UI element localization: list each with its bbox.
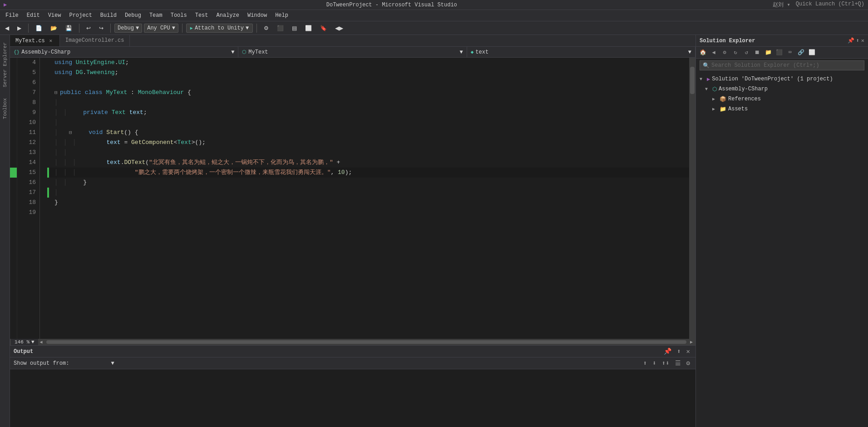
solution-explorer-title: Solution Explorer [700, 38, 755, 44]
menu-item-tools[interactable]: Tools [167, 11, 191, 20]
forward-btn[interactable]: ▶ [14, 24, 25, 33]
menu-item-team[interactable]: Team [146, 11, 166, 20]
sol-tool-expand[interactable]: ⬜ [807, 48, 817, 58]
save-btn[interactable]: 💾 [62, 24, 75, 33]
open-btn[interactable]: 📂 [47, 24, 60, 33]
output-close-btn[interactable]: ✕ [685, 348, 692, 355]
code-content[interactable]: using UnityEngine.UI; using DG.Tweening;… [40, 58, 689, 339]
sol-tool-filter[interactable]: ⬛ [774, 48, 784, 58]
output-action-5[interactable]: ⚙ [685, 359, 692, 367]
toolbar-btn-4[interactable]: ⬜ [302, 24, 315, 33]
sol-tool-code[interactable]: ⌨ [785, 48, 795, 58]
menu-item-test[interactable]: Test [192, 11, 212, 20]
collapse-7[interactable]: ⊟ [54, 88, 60, 98]
tree-solution-root[interactable]: ▼ ▶ Solution 'DoTweenProject' (1 project… [696, 74, 868, 84]
code-line-10: │ [47, 118, 689, 128]
menu-item-window[interactable]: Window [244, 11, 271, 20]
search-quick-launch[interactable]: Quick Launch (Ctrl+Q) [796, 1, 864, 9]
search-placeholder: Search Solution Explorer (Ctrl+;) [711, 62, 819, 69]
tree-assembly-csharp[interactable]: ▼ ⬡ Assembly-CSharp [696, 84, 868, 94]
tree-assets[interactable]: ▶ 📁 Assets [696, 104, 868, 114]
sol-tool-link[interactable]: 🔗 [796, 48, 806, 58]
tab-mytext-close[interactable]: ✕ [48, 38, 54, 44]
menu-item-debug[interactable]: Debug [121, 11, 145, 20]
expand-references[interactable]: ▶ [712, 96, 718, 102]
member-dropdown[interactable]: ◆ text ▼ [467, 47, 695, 57]
menu-item-view[interactable]: View [44, 11, 65, 20]
menu-item-help[interactable]: Help [271, 11, 292, 20]
assets-label: Assets [728, 106, 748, 112]
line-num-16: 16 [17, 178, 36, 188]
editor-area: MyText.cs ✕ ImageController.cs {} Assemb… [10, 35, 695, 427]
output-action-1[interactable]: ⬆ [641, 359, 649, 367]
toolbar-btn-6[interactable]: ◀▶ [332, 24, 346, 33]
toolbar-btn-3[interactable]: ▤ [289, 24, 300, 33]
output-header: Output 📌 ⬆ ✕ [10, 346, 695, 357]
server-explorer-tab[interactable]: Server Explorer [1, 39, 9, 91]
sol-pin-btn[interactable]: 📌 [848, 37, 854, 44]
menu-item-file[interactable]: File [2, 11, 22, 20]
output-pin-btn[interactable]: 📌 [662, 348, 673, 355]
tree-references[interactable]: ▶ 📦 References [696, 94, 868, 104]
h-scroll-track[interactable] [46, 340, 686, 344]
h-scroll-left[interactable]: ◀ [38, 339, 44, 345]
menu-item-analyze[interactable]: Analyze [213, 11, 243, 20]
undo-btn[interactable]: ↩ [83, 24, 94, 33]
debug-config-dropdown[interactable]: Debug ▼ [114, 24, 142, 33]
expand-assembly[interactable]: ▼ [705, 87, 710, 92]
h-scroll-right[interactable]: ▶ [688, 339, 695, 345]
code-line-5: using DG.Tweening; [47, 68, 689, 78]
collapse-11[interactable]: ⊟ [69, 128, 74, 138]
class-icon: ⬡ [242, 49, 247, 55]
sol-tool-refresh-1[interactable]: ↻ [730, 48, 740, 58]
solution-search[interactable]: 🔍 Search Solution Explorer (Ctrl+;) [700, 60, 864, 70]
sol-tool-files[interactable]: 📁 [763, 48, 773, 58]
tab-imagecontroller[interactable]: ImageController.cs [60, 35, 130, 46]
back-btn[interactable]: ◀ [2, 24, 12, 33]
toolbox-tab[interactable]: Toolbox [1, 94, 9, 123]
platform-dropdown[interactable]: Any CPU ▼ [144, 24, 178, 33]
sol-tool-refresh-2[interactable]: ↺ [741, 48, 751, 58]
attach-to-unity-btn[interactable]: ▶ Attach to Unity ▼ [186, 24, 253, 33]
output-action-btns: ⬆ ⬇ ⬆⬇ ☰ ⚙ [641, 359, 692, 367]
h-scrollbar[interactable]: 146 % ▼ ◀ ▶ [10, 339, 695, 345]
toolbar-btn-1[interactable]: ⚙ [261, 24, 272, 33]
output-action-2[interactable]: ⬇ [651, 359, 658, 367]
line-num-10: 10 [17, 118, 36, 128]
editor-scrollbar[interactable] [689, 58, 695, 339]
scrollbar-thumb[interactable] [690, 67, 695, 94]
solution-toolbar: 🏠 ◀ ⚙ ↻ ↺ ⏹ 📁 ⬛ ⌨ 🔗 ⬜ [696, 47, 868, 59]
expand-solution[interactable]: ▼ [700, 77, 705, 82]
window-title: DoTweenProject - Microsoft Visual Studio [10, 2, 773, 8]
output-title: Output [14, 348, 33, 355]
tab-mytext[interactable]: MyText.cs ✕ [10, 35, 60, 46]
gutter-line [10, 188, 17, 198]
new-file-btn[interactable]: 📄 [32, 24, 45, 33]
editor-tabs: MyText.cs ✕ ImageController.cs [10, 35, 695, 47]
class-dropdown[interactable]: ⬡ MyText ▼ [238, 47, 467, 57]
sol-tool-back[interactable]: ◀ [709, 48, 719, 58]
sol-tool-home[interactable]: 🏠 [698, 48, 708, 58]
code-line-18: } [47, 198, 689, 208]
sol-tool-stop[interactable]: ⏹ [752, 48, 762, 58]
output-action-4[interactable]: ☰ [673, 359, 683, 367]
menu-item-build[interactable]: Build [97, 11, 120, 20]
output-action-3[interactable]: ⬆⬇ [660, 359, 671, 367]
main-layout: Server Explorer Toolbox MyText.cs ✕ Imag… [0, 35, 868, 427]
menu-item-project[interactable]: Project [65, 11, 95, 20]
expand-assets[interactable]: ▶ [712, 106, 718, 112]
output-float-btn[interactable]: ⬆ [675, 348, 682, 355]
sol-tool-settings[interactable]: ⚙ [720, 48, 730, 58]
toolbar-btn-2[interactable]: ⬛ [274, 24, 287, 33]
code-line-13: │ │ [47, 148, 689, 158]
output-source-dropdown[interactable]: ▼ [73, 360, 114, 367]
line-num-15: 15 [17, 168, 36, 178]
sol-close-btn[interactable]: ✕ [861, 37, 864, 44]
redo-btn[interactable]: ↪ [96, 24, 107, 33]
toolbar-btn-5[interactable]: 🔖 [317, 24, 330, 33]
sol-float-btn[interactable]: ⬆ [856, 37, 859, 44]
attach-arrow: ▼ [246, 25, 249, 31]
code-editor[interactable]: 4 5 6 7 8 9 10 11 12 13 14 15 16 17 18 1… [10, 58, 695, 339]
menu-item-edit[interactable]: Edit [23, 11, 44, 20]
namespace-dropdown[interactable]: {} Assembly-CSharp ▼ [10, 47, 238, 57]
